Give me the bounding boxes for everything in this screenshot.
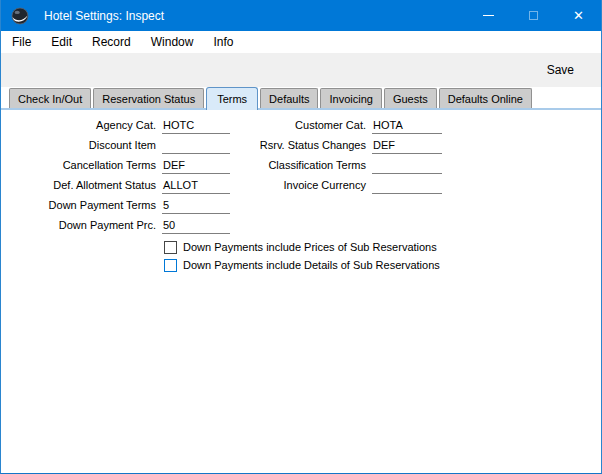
cancellation-terms-label: Cancellation Terms <box>1 159 156 174</box>
discount-item-label: Discount Item <box>1 139 156 154</box>
maximize-icon <box>529 11 538 20</box>
agency-cat-field[interactable]: HOTC <box>162 118 230 134</box>
classification-terms-label: Classification Terms <box>230 159 366 174</box>
form-right-column: Customer Cat. HOTA Rsrv. Status Changes … <box>230 114 442 194</box>
down-payments-prices-label: Down Payments include Prices of Sub Rese… <box>183 241 437 253</box>
hotel-settings-window: Hotel Settings: Inspect ✕ File Edit Reco… <box>0 0 602 474</box>
down-payments-prices-checkbox[interactable] <box>164 241 177 254</box>
maximize-button[interactable] <box>511 0 556 31</box>
customer-cat-field[interactable]: HOTA <box>372 118 442 134</box>
minimize-icon <box>483 15 494 16</box>
down-payment-prc-field[interactable]: 50 <box>162 218 230 234</box>
down-payment-terms-field[interactable]: 5 <box>162 198 230 214</box>
menu-window[interactable]: Window <box>141 32 204 52</box>
tab-guests[interactable]: Guests <box>384 88 437 108</box>
menu-info[interactable]: Info <box>203 32 243 52</box>
cancellation-terms-field[interactable]: DEF <box>162 158 230 174</box>
def-allotment-status-label: Def. Allotment Status <box>1 179 156 194</box>
rsrv-status-changes-field[interactable]: DEF <box>372 138 442 154</box>
menu-file[interactable]: File <box>2 32 41 52</box>
tab-invoicing[interactable]: Invoicing <box>320 88 381 108</box>
down-payments-details-label: Down Payments include Details of Sub Res… <box>183 259 440 271</box>
down-payments-checkbox-group: Down Payments include Prices of Sub Rese… <box>164 238 440 274</box>
down-payment-prc-label: Down Payment Prc. <box>1 219 156 234</box>
tab-defaults-online[interactable]: Defaults Online <box>439 88 532 108</box>
customer-cat-label: Customer Cat. <box>230 119 366 134</box>
terms-tab-panel: Agency Cat. HOTC Discount Item Cancellat… <box>1 112 601 473</box>
rsrv-status-changes-label: Rsrv. Status Changes <box>230 139 366 154</box>
discount-item-field[interactable] <box>162 138 230 154</box>
close-icon: ✕ <box>573 9 584 22</box>
window-title: Hotel Settings: Inspect <box>44 9 164 23</box>
close-button[interactable]: ✕ <box>556 0 601 31</box>
menu-edit[interactable]: Edit <box>41 32 82 52</box>
checkbox-row-details[interactable]: Down Payments include Details of Sub Res… <box>164 256 440 274</box>
minimize-button[interactable] <box>466 0 511 31</box>
invoice-currency-label: Invoice Currency <box>230 179 366 194</box>
classification-terms-field[interactable] <box>372 158 442 174</box>
checkbox-row-prices[interactable]: Down Payments include Prices of Sub Rese… <box>164 238 440 256</box>
menu-record[interactable]: Record <box>82 32 141 52</box>
menubar: File Edit Record Window Info <box>1 31 601 53</box>
tab-terms[interactable]: Terms <box>206 87 258 110</box>
agency-cat-label: Agency Cat. <box>1 119 156 134</box>
tab-check-in-out[interactable]: Check In/Out <box>9 88 91 108</box>
down-payment-terms-label: Down Payment Terms <box>1 199 156 214</box>
tabstrip: Check In/Out Reservation Status Terms De… <box>1 87 601 110</box>
invoice-currency-field[interactable] <box>372 178 442 194</box>
save-button[interactable]: Save <box>547 63 574 77</box>
def-allotment-status-field[interactable]: ALLOT <box>162 178 230 194</box>
form-left-column: Agency Cat. HOTC Discount Item Cancellat… <box>1 114 230 234</box>
caption-buttons: ✕ <box>466 0 601 31</box>
tab-defaults[interactable]: Defaults <box>260 88 318 108</box>
tab-reservation-status[interactable]: Reservation Status <box>93 88 204 108</box>
app-logo-globe-icon <box>11 7 29 25</box>
titlebar[interactable]: Hotel Settings: Inspect ✕ <box>1 0 601 31</box>
down-payments-details-checkbox[interactable] <box>164 259 177 272</box>
toolbar: Save <box>1 53 601 87</box>
